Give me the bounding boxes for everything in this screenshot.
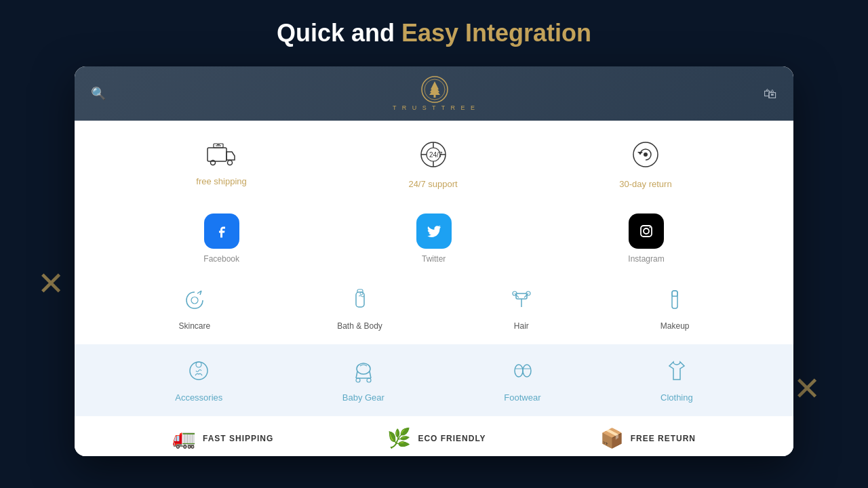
categories-row-1: Skincare Bath & Body: [75, 277, 793, 344]
badge-eco-friendly: 🌿 ECO FRIENDLY: [387, 427, 486, 449]
svg-point-39: [515, 365, 523, 377]
footwear-label: Footwear: [504, 392, 540, 403]
baby-gear-icon: [351, 358, 376, 387]
svg-point-21: [644, 228, 649, 234]
category-clothing[interactable]: Clothing: [660, 358, 693, 403]
facebook-label: Facebook: [203, 254, 239, 264]
return-icon: [631, 140, 660, 174]
makeup-label: Makeup: [660, 321, 690, 331]
fast-shipping-text: FAST SHIPPING: [203, 434, 273, 443]
support-icon: 24/7: [418, 140, 448, 174]
svg-rect-6: [208, 148, 226, 161]
category-hair[interactable]: Hair: [509, 288, 534, 331]
svg-point-19: [644, 152, 648, 157]
baby-gear-label: Baby Gear: [342, 392, 384, 403]
feature-free-shipping: free shipping: [196, 142, 246, 186]
svg-point-40: [523, 365, 531, 377]
search-icon[interactable]: 🔍: [91, 86, 106, 101]
logo-text: T R U S T T R E E: [393, 104, 477, 111]
bath-body-label: Bath & Body: [337, 321, 382, 331]
makeup-icon: [663, 288, 687, 316]
instagram-icon: [629, 214, 664, 249]
svg-marker-18: [637, 152, 643, 155]
heading-highlight: Easy Integration: [401, 19, 591, 47]
free-shipping-label: free shipping: [196, 176, 246, 186]
hair-label: Hair: [514, 321, 529, 331]
footer-badges: 🚛 FAST SHIPPING 🌿 ECO FRIENDLY 📦 FREE RE…: [75, 416, 793, 456]
decorative-x-left: ✕: [37, 264, 64, 302]
support-label: 24/7 support: [408, 179, 457, 189]
svg-point-34: [196, 362, 201, 367]
eco-friendly-text: ECO FRIENDLY: [418, 434, 486, 443]
browser-toolbar: 🔍 T R U S T T R E E 🛍: [75, 66, 793, 121]
browser-window: 🔍 T R U S T T R E E 🛍: [75, 66, 793, 456]
hair-icon: [509, 288, 534, 316]
svg-point-37: [356, 378, 360, 382]
bath-body-icon: [348, 288, 372, 316]
cart-icon[interactable]: 🛍: [764, 86, 777, 102]
skincare-label: Skincare: [178, 321, 210, 331]
svg-rect-30: [672, 291, 677, 308]
fast-shipping-icon: 🚛: [172, 427, 196, 449]
category-skincare[interactable]: Skincare: [178, 288, 210, 331]
site-logo: T R U S T T R E E: [393, 76, 477, 111]
social-twitter[interactable]: Twitter: [416, 214, 452, 264]
instagram-label: Instagram: [628, 254, 664, 264]
feature-return: 30-day return: [619, 140, 671, 189]
svg-text:24/7: 24/7: [429, 151, 443, 159]
clothing-icon: [664, 358, 690, 387]
heading-plain: Quick and: [277, 19, 401, 47]
accessories-icon: [186, 358, 212, 387]
feature-support: 24/7 24/7 support: [408, 140, 457, 189]
footwear-icon: [509, 358, 535, 387]
category-makeup[interactable]: Makeup: [660, 288, 690, 331]
svg-point-22: [649, 227, 650, 228]
free-return-icon: 📦: [600, 427, 624, 449]
twitter-icon: [416, 214, 452, 249]
svg-point-23: [191, 297, 198, 304]
page-heading: Quick and Easy Integration: [277, 19, 591, 47]
decorative-x-right: ✕: [793, 369, 821, 407]
logo-emblem: [421, 76, 448, 103]
accessories-label: Accessories: [175, 392, 222, 403]
clothing-label: Clothing: [660, 392, 693, 403]
content-area: free shipping 24/7 24/7 support: [75, 121, 793, 456]
free-return-text: FREE RETURN: [631, 434, 696, 443]
return-label: 30-day return: [619, 179, 671, 189]
svg-point-8: [227, 161, 232, 165]
svg-point-38: [367, 378, 371, 382]
badge-free-return: 📦 FREE RETURN: [600, 427, 696, 449]
social-facebook[interactable]: Facebook: [203, 214, 239, 264]
social-instagram[interactable]: Instagram: [628, 214, 664, 264]
badge-fast-shipping: 🚛 FAST SHIPPING: [172, 427, 273, 449]
free-shipping-icon: [207, 142, 237, 171]
facebook-icon: [204, 214, 239, 249]
features-row: free shipping 24/7 24/7 support: [75, 121, 793, 203]
categories-row-2: Accessories Baby Gear: [75, 344, 793, 416]
eco-friendly-icon: 🌿: [387, 427, 411, 449]
category-baby-gear[interactable]: Baby Gear: [342, 358, 384, 403]
social-row: Facebook Twitter Instagr: [75, 203, 793, 277]
category-footwear[interactable]: Footwear: [504, 358, 540, 403]
twitter-label: Twitter: [422, 254, 446, 264]
category-bath-body[interactable]: Bath & Body: [337, 288, 382, 331]
category-accessories[interactable]: Accessories: [175, 358, 222, 403]
skincare-icon: [182, 288, 207, 316]
